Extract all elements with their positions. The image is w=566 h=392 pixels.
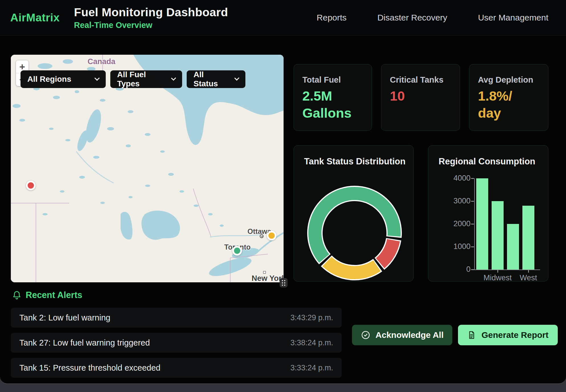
y-tick-mark [471, 178, 474, 179]
generate-report-label: Generate Report [481, 330, 548, 340]
generate-report-button[interactable]: Generate Report [458, 325, 558, 345]
chevron-down-icon [234, 75, 239, 81]
y-tick-label: 4000 [443, 174, 471, 183]
chevron-down-icon [94, 75, 99, 81]
alert-text: Tank 15: Pressure threshold exceeded [19, 363, 160, 373]
recent-alerts-header: Recent Alerts [12, 290, 82, 300]
consumption-bar [476, 178, 488, 270]
y-tick-mark [471, 201, 474, 202]
acknowledge-all-label: Acknowledge All [376, 330, 444, 340]
page-subtitle: Real-Time Overview [74, 21, 228, 30]
alert-row[interactable]: Tank 27: Low fuel warning triggered 3:38… [11, 333, 342, 353]
stat-value-avg-depletion: 1.8%/day [478, 87, 539, 121]
alert-text: Tank 2: Low fuel warning [19, 313, 110, 322]
nav-disaster-recovery[interactable]: Disaster Recovery [377, 13, 447, 23]
consumption-bar [507, 224, 519, 270]
chevron-down-icon [171, 75, 176, 81]
y-axis [474, 178, 475, 270]
stat-card-avg-depletion: Avg Depletion 1.8%/day [469, 64, 548, 131]
ottawa-town-symbol [260, 234, 264, 238]
tank-marker-warning[interactable] [267, 231, 276, 240]
alert-timestamp: 3:38:24 p.m. [290, 338, 333, 347]
fuel-type-filter-dropdown[interactable]: All Fuel Types [110, 70, 182, 88]
dashboard-window: AirMatrix Fuel Monitoring Dashboard Real… [0, 0, 566, 384]
map-label-canada: Canada [87, 57, 115, 66]
consumption-bar [522, 206, 534, 270]
map-label-newyork: New York [252, 274, 284, 283]
fuel-type-filter-value: All Fuel Types [117, 70, 165, 88]
stat-value-critical-tanks: 10 [390, 87, 451, 105]
nav-reports[interactable]: Reports [317, 13, 347, 23]
stat-label: Critical Tanks [390, 75, 451, 85]
alert-text: Tank 27: Low fuel warning triggered [19, 338, 150, 348]
tank-marker-normal[interactable] [232, 246, 242, 256]
nav-user-management[interactable]: User Management [478, 13, 548, 23]
y-tick-label: 1000 [443, 242, 471, 251]
bell-icon [12, 290, 22, 300]
y-tick-mark [471, 246, 474, 247]
main-nav: Reports Disaster Recovery User Managemen… [317, 13, 548, 23]
alert-row[interactable]: Tank 15: Pressure threshold exceeded 3:3… [11, 358, 342, 378]
acknowledge-all-button[interactable]: Acknowledge All [352, 325, 452, 345]
tank-marker-critical[interactable] [26, 181, 36, 190]
regional-consumption-card: Regional Consumption 01000200030004000Mi… [428, 145, 548, 281]
tank-status-donut-chart [294, 146, 414, 281]
stat-value-total-fuel: 2.5MGallons [302, 87, 363, 121]
region-filter-value: All Regions [27, 75, 71, 84]
alert-row[interactable]: Tank 2: Low fuel warning 3:43:29 p.m. [11, 308, 342, 328]
brand-logo: AirMatrix [10, 11, 60, 24]
stat-label: Total Fuel [302, 75, 363, 85]
y-tick-label: 3000 [443, 197, 471, 205]
map-resize-handle[interactable] [280, 278, 288, 287]
page-title-block: Fuel Monitoring Dashboard Real-Time Over… [74, 6, 228, 30]
stat-label: Avg Depletion [478, 75, 539, 85]
newyork-city-symbol [263, 271, 266, 274]
x-axis [473, 270, 540, 270]
alert-timestamp: 3:33:24 p.m. [290, 364, 333, 372]
y-tick-mark [471, 224, 474, 224]
page-title: Fuel Monitoring Dashboard [74, 6, 228, 19]
stat-card-critical-tanks: Critical Tanks 10 [381, 64, 460, 131]
tank-status-card: Tank Status Distribution [294, 145, 414, 281]
alert-timestamp: 3:43:29 p.m. [290, 313, 333, 322]
fuel-map[interactable]: + − All Regions All Fuel Types All Statu… [11, 55, 284, 282]
y-tick-label: 2000 [443, 219, 471, 228]
x-tick-mark [497, 270, 498, 273]
check-circle-icon [361, 330, 370, 340]
recent-alerts-title: Recent Alerts [26, 290, 82, 300]
region-filter-dropdown[interactable]: All Regions [21, 70, 106, 88]
status-filter-dropdown[interactable]: All Status [187, 70, 245, 88]
document-icon [467, 330, 476, 340]
map-filter-bar: All Regions All Fuel Types All Status [21, 70, 245, 88]
status-filter-value: All Status [194, 70, 228, 88]
y-tick-label: 0 [443, 265, 471, 274]
stat-card-total-fuel: Total Fuel 2.5MGallons [294, 64, 372, 131]
consumption-bar [492, 201, 504, 270]
app-header: AirMatrix Fuel Monitoring Dashboard Real… [0, 0, 566, 36]
x-tick-mark [528, 270, 529, 273]
regional-consumption-bar-chart: 01000200030004000MidwestWest [428, 146, 548, 281]
x-tick-label: West [506, 273, 548, 281]
y-tick-mark [471, 269, 474, 270]
